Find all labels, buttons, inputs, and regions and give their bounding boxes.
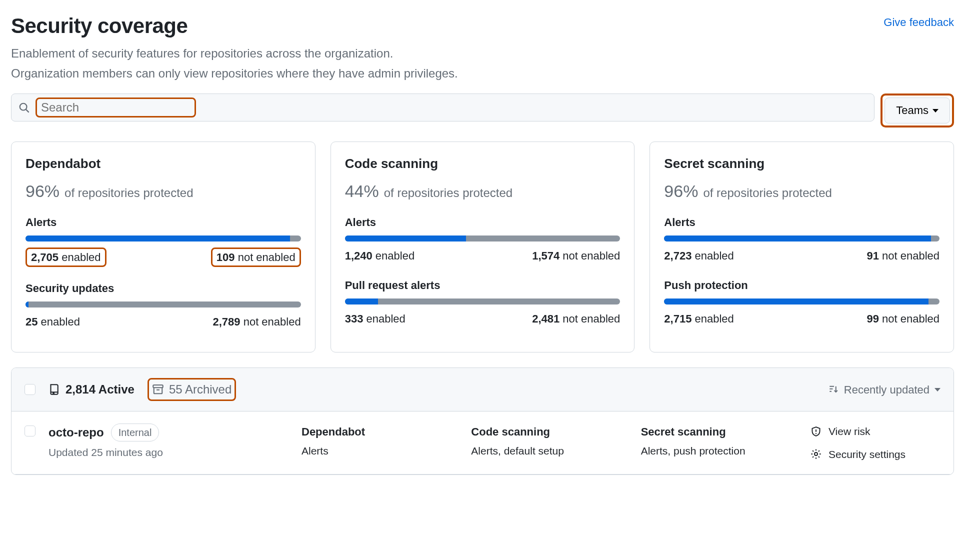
metric-label: Alerts: [26, 214, 301, 230]
svg-line-1: [26, 110, 29, 112]
coverage-card: Dependabot 96%of repositories protected …: [11, 142, 316, 352]
progress-bar: [345, 236, 620, 242]
metric-block: Pull request alerts 333 enabled2,481 not…: [345, 277, 620, 327]
metric-counts: 2,705 enabled109 not enabled: [26, 248, 301, 267]
metric-block: Push protection 2,715 enabled99 not enab…: [664, 277, 940, 327]
repo-col-codescanning: Code scanning Alerts, default setup: [471, 424, 628, 459]
visibility-badge: Internal: [111, 424, 160, 442]
metric-counts: 25 enabled2,789 not enabled: [26, 314, 301, 330]
metric-label: Pull request alerts: [345, 277, 620, 294]
progress-bar: [664, 236, 940, 242]
teams-dropdown[interactable]: Teams: [884, 98, 950, 124]
shield-alert-icon: [810, 426, 822, 437]
metric-label: Alerts: [345, 214, 620, 230]
card-title: Code scanning: [345, 154, 620, 174]
progress-bar: [26, 302, 301, 308]
card-title: Secret scanning: [664, 154, 940, 174]
card-title: Dependabot: [26, 154, 301, 174]
repo-checkbox[interactable]: [24, 426, 36, 436]
give-feedback-link[interactable]: Give feedback: [884, 14, 954, 30]
search-icon: [18, 102, 30, 113]
repo-col-secretscanning: Secret scanning Alerts, push protection: [641, 424, 798, 459]
metric-block: Alerts 2,723 enabled91 not enabled: [664, 214, 940, 264]
select-all-checkbox[interactable]: [24, 384, 36, 395]
metric-label: Push protection: [664, 277, 940, 294]
progress-bar: [26, 236, 301, 242]
metric-counts: 333 enabled2,481 not enabled: [345, 310, 620, 327]
card-pct: 96%of repositories protected: [26, 178, 301, 204]
metric-counts: 2,715 enabled99 not enabled: [664, 310, 940, 327]
repo-col-dependabot: Dependabot Alerts: [302, 424, 458, 459]
svg-point-8: [816, 433, 816, 434]
card-pct: 96%of repositories protected: [664, 178, 940, 204]
svg-point-9: [814, 452, 818, 456]
page-subtitle-2: Organization members can only view repos…: [11, 64, 458, 82]
metric-label: Security updates: [26, 280, 301, 296]
repo-updated: Updated 25 minutes ago: [48, 444, 288, 460]
card-pct: 44%of repositories protected: [345, 178, 620, 204]
archive-icon: [152, 384, 164, 396]
repo-icon: [48, 384, 60, 396]
coverage-card: Secret scanning 96%of repositories prote…: [650, 142, 954, 352]
metric-block: Alerts 2,705 enabled109 not enabled: [26, 214, 301, 267]
metric-block: Alerts 1,240 enabled1,574 not enabled: [345, 214, 620, 264]
page-title: Security coverage: [11, 10, 458, 42]
repo-name[interactable]: octo-repo: [48, 424, 104, 442]
gear-icon: [810, 448, 822, 460]
progress-bar: [345, 298, 620, 304]
teams-label: Teams: [896, 104, 928, 117]
list-header: 2,814 Active 55 Archived Recently update…: [12, 368, 954, 412]
svg-point-0: [20, 104, 27, 110]
sort-icon: [829, 384, 839, 394]
progress-bar: [664, 298, 940, 304]
metric-counts: 2,723 enabled91 not enabled: [664, 248, 940, 264]
page-subtitle-1: Enablement of security features for repo…: [11, 44, 458, 62]
metric-counts: 1,240 enabled1,574 not enabled: [345, 248, 620, 264]
metric-block: Security updates 25 enabled2,789 not ena…: [26, 280, 301, 330]
sort-dropdown[interactable]: Recently updated: [829, 382, 940, 398]
search-input[interactable]: [40, 100, 192, 115]
search-field[interactable]: [11, 94, 874, 122]
caret-down-icon: [934, 388, 940, 392]
caret-down-icon: [932, 109, 938, 112]
repository-list: 2,814 Active 55 Archived Recently update…: [11, 368, 954, 475]
coverage-card: Code scanning 44%of repositories protect…: [330, 142, 635, 352]
tab-archived[interactable]: 55 Archived: [152, 380, 232, 398]
security-settings-link[interactable]: Security settings: [810, 446, 940, 462]
repo-row: octo-repo Internal Updated 25 minutes ag…: [12, 412, 954, 474]
view-risk-link[interactable]: View risk: [810, 424, 940, 440]
svg-rect-2: [153, 385, 163, 388]
coverage-cards: Dependabot 96%of repositories protected …: [11, 142, 954, 352]
metric-label: Alerts: [664, 214, 940, 230]
tab-active[interactable]: 2,814 Active: [48, 380, 134, 398]
